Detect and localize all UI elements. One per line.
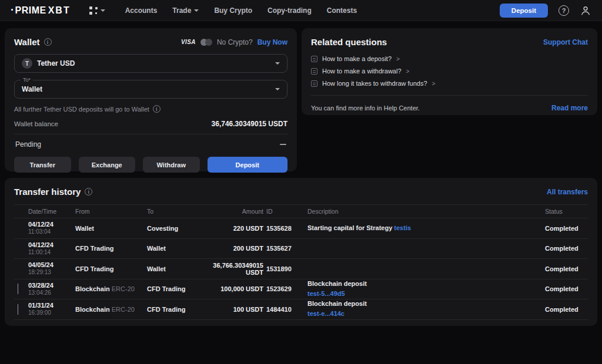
- tether-icon: T: [22, 58, 32, 69]
- divider: [311, 95, 588, 96]
- withdraw-button[interactable]: Withdraw: [143, 157, 200, 173]
- article-icon: [311, 56, 317, 62]
- table-row: 01/31/24 16:39:00 Blockchain ERC-20 CFD …: [14, 299, 588, 320]
- apps-grid-icon: [89, 6, 98, 15]
- article-icon: [311, 80, 317, 87]
- cell-id: 1535628: [263, 225, 305, 232]
- related-questions-card: Related questions Support Chat How to ma…: [302, 28, 597, 115]
- profile-icon[interactable]: [580, 5, 591, 16]
- cell-from: Blockchain ERC-20: [75, 306, 147, 313]
- cell-status: Completed: [531, 245, 588, 252]
- nav-links: Accounts Trade Buy Crypto Copy-trading C…: [125, 6, 357, 15]
- destination-select[interactable]: To* Wallet: [14, 80, 287, 99]
- arrow-right-icon: >: [432, 80, 436, 87]
- nav-item-accounts[interactable]: Accounts: [125, 6, 158, 15]
- wallet-card: Wallet i VISA No Crypto? Buy Now T Tethe…: [5, 28, 297, 171]
- info-icon[interactable]: i: [85, 188, 92, 196]
- col-status: Status: [531, 208, 588, 215]
- cell-from: Wallet: [75, 225, 147, 232]
- logo-prime: PRIME: [15, 5, 46, 16]
- currency-select[interactable]: T Tether USD: [14, 54, 287, 73]
- buy-now-link[interactable]: Buy Now: [257, 38, 287, 46]
- cell-from: CFD Trading: [75, 265, 147, 272]
- exchange-button[interactable]: Exchange: [79, 157, 136, 173]
- question-link[interactable]: How to make a deposit? >: [311, 55, 588, 62]
- col-datetime: Date/Time: [28, 208, 75, 215]
- apps-menu-button[interactable]: [89, 6, 105, 15]
- logo-xbt: XBT: [48, 5, 71, 16]
- cell-description: Blockchain deposit test-e...414c: [305, 300, 531, 318]
- help-icon[interactable]: ?: [558, 5, 569, 16]
- transaction-hash-link[interactable]: test-e...414c: [307, 310, 345, 317]
- no-crypto-label: No Crypto?: [217, 38, 253, 46]
- nav-item-contests[interactable]: Contests: [327, 6, 357, 15]
- expand-chevron-icon[interactable]: [18, 304, 18, 315]
- strategy-link[interactable]: testis: [394, 224, 411, 231]
- transaction-hash-link[interactable]: test-5...49d5: [307, 290, 345, 297]
- info-icon[interactable]: i: [153, 105, 160, 113]
- arrow-right-icon: >: [406, 68, 410, 75]
- related-questions-title: Related questions: [311, 37, 387, 47]
- cell-datetime: 01/31/24 16:39:00: [28, 302, 75, 316]
- help-center-text: You can find more info in Help Center.: [311, 105, 420, 112]
- table-row: 04/12/24 11:03:04 Wallet Covesting 220 U…: [14, 218, 588, 239]
- primexbt-logo[interactable]: ·PRIMEXBT: [11, 4, 71, 16]
- wallet-title: Wallet i: [14, 37, 52, 47]
- cell-datetime: 04/12/24 11:03:04: [28, 221, 75, 235]
- mastercard-icon: [200, 39, 212, 46]
- pending-section: Pending: [14, 134, 287, 149]
- top-nav: ·PRIMEXBT Accounts Trade Buy Crypto Copy…: [0, 0, 602, 21]
- cell-datetime: 04/12/24 11:00:14: [28, 241, 75, 256]
- wallet-balance-value: 36,746.30349015 USDT: [212, 120, 287, 128]
- info-icon[interactable]: i: [44, 38, 52, 46]
- cell-to: Wallet: [147, 265, 202, 272]
- support-chat-link[interactable]: Support Chat: [543, 38, 588, 46]
- question-link[interactable]: How long it takes to withdraw funds? >: [311, 80, 588, 87]
- arrow-right-icon: >: [396, 56, 400, 62]
- read-more-link[interactable]: Read more: [551, 104, 588, 112]
- col-description: Description: [305, 208, 531, 215]
- chevron-down-icon: [275, 62, 280, 65]
- cell-datetime: 04/05/24 18:29:13: [28, 261, 75, 276]
- table-row: 04/05/24 18:29:13 CFD Trading Wallet 36,…: [14, 259, 588, 279]
- cell-status: Completed: [531, 265, 588, 272]
- cell-amount: 200 USDT: [202, 245, 263, 252]
- logo-dot: ·: [11, 4, 15, 16]
- all-transfers-link[interactable]: All transfers: [547, 188, 588, 196]
- col-amount: Amount: [202, 208, 263, 215]
- wallet-actions: Transfer Exchange Withdraw Deposit: [14, 157, 287, 173]
- cell-amount: 100 USDT: [202, 306, 263, 313]
- question-list: How to make a deposit? > How to make a w…: [311, 55, 588, 87]
- expand-chevron-icon[interactable]: [18, 284, 18, 294]
- article-icon: [311, 68, 317, 75]
- cell-status: Completed: [531, 285, 588, 292]
- cell-id: 1535627: [263, 245, 305, 252]
- visa-icon: VISA: [181, 39, 196, 45]
- cell-to: CFD Trading: [147, 285, 202, 292]
- cell-amount: 100,000 USDT: [202, 285, 263, 292]
- table-row: 04/12/24 11:00:14 CFD Trading Wallet 200…: [14, 239, 588, 259]
- cell-id: 1523629: [263, 285, 305, 292]
- cell-status: Completed: [531, 225, 588, 232]
- cell-to: Covesting: [147, 225, 202, 232]
- nav-item-copy-trading[interactable]: Copy-trading: [267, 6, 312, 15]
- question-link[interactable]: How to make a withdrawal? >: [311, 68, 588, 75]
- nav-item-trade[interactable]: Trade: [172, 6, 199, 15]
- cell-from: CFD Trading: [75, 245, 147, 252]
- nav-right: Deposit ?: [500, 4, 591, 18]
- wallet-balance-label: Wallet balance: [14, 120, 58, 127]
- currency-select-value: Tether USD: [37, 59, 75, 68]
- transfer-table: Date/Time From To Amount ID Description …: [14, 204, 588, 320]
- col-to: To: [147, 208, 202, 215]
- cell-from: Blockchain ERC-20: [75, 285, 147, 292]
- col-from: From: [75, 208, 147, 215]
- nav-deposit-button[interactable]: Deposit: [500, 4, 548, 18]
- cell-to: Wallet: [147, 245, 202, 252]
- transfer-button[interactable]: Transfer: [14, 157, 71, 173]
- chevron-down-icon: [194, 9, 199, 12]
- collapse-icon[interactable]: [280, 144, 286, 145]
- nav-item-buy-crypto[interactable]: Buy Crypto: [214, 6, 252, 15]
- chevron-down-icon: [275, 88, 280, 90]
- deposit-button[interactable]: Deposit: [208, 157, 288, 173]
- table-header-row: Date/Time From To Amount ID Description …: [14, 204, 588, 218]
